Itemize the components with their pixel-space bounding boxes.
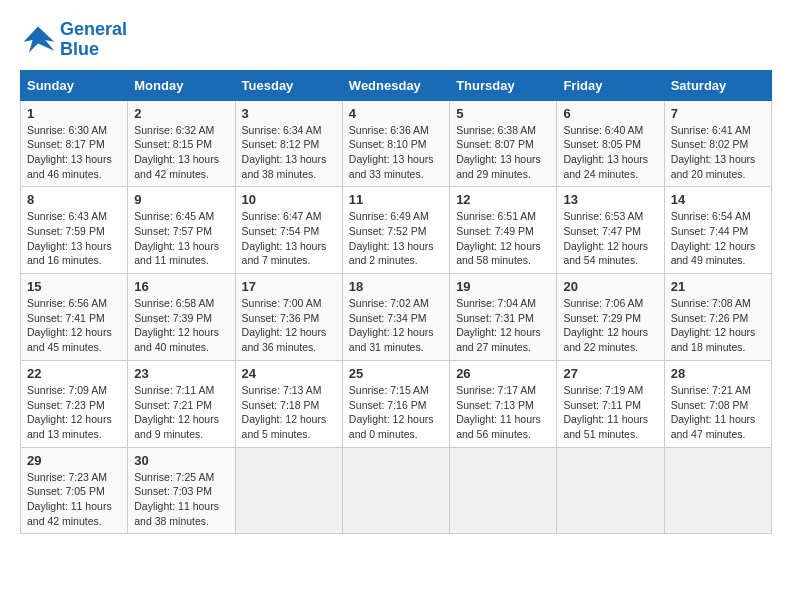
day-cell-8: 8Sunrise: 6:43 AM Sunset: 7:59 PM Daylig… <box>21 187 128 274</box>
day-info: Sunrise: 7:00 AM Sunset: 7:36 PM Dayligh… <box>242 296 336 355</box>
day-cell-4: 4Sunrise: 6:36 AM Sunset: 8:10 PM Daylig… <box>342 100 449 187</box>
days-header-row: SundayMondayTuesdayWednesdayThursdayFrid… <box>21 70 772 100</box>
day-info: Sunrise: 6:47 AM Sunset: 7:54 PM Dayligh… <box>242 209 336 268</box>
empty-cell <box>557 447 664 534</box>
day-cell-14: 14Sunrise: 6:54 AM Sunset: 7:44 PM Dayli… <box>664 187 771 274</box>
day-info: Sunrise: 7:23 AM Sunset: 7:05 PM Dayligh… <box>27 470 121 529</box>
day-cell-19: 19Sunrise: 7:04 AM Sunset: 7:31 PM Dayli… <box>450 274 557 361</box>
day-number: 14 <box>671 192 765 207</box>
day-cell-29: 29Sunrise: 7:23 AM Sunset: 7:05 PM Dayli… <box>21 447 128 534</box>
day-number: 12 <box>456 192 550 207</box>
day-number: 26 <box>456 366 550 381</box>
day-info: Sunrise: 6:54 AM Sunset: 7:44 PM Dayligh… <box>671 209 765 268</box>
day-number: 6 <box>563 106 657 121</box>
day-cell-3: 3Sunrise: 6:34 AM Sunset: 8:12 PM Daylig… <box>235 100 342 187</box>
day-header-wednesday: Wednesday <box>342 70 449 100</box>
week-row-5: 29Sunrise: 7:23 AM Sunset: 7:05 PM Dayli… <box>21 447 772 534</box>
day-info: Sunrise: 7:11 AM Sunset: 7:21 PM Dayligh… <box>134 383 228 442</box>
day-number: 3 <box>242 106 336 121</box>
day-info: Sunrise: 6:34 AM Sunset: 8:12 PM Dayligh… <box>242 123 336 182</box>
day-number: 5 <box>456 106 550 121</box>
day-cell-27: 27Sunrise: 7:19 AM Sunset: 7:11 PM Dayli… <box>557 360 664 447</box>
day-cell-25: 25Sunrise: 7:15 AM Sunset: 7:16 PM Dayli… <box>342 360 449 447</box>
calendar-table: SundayMondayTuesdayWednesdayThursdayFrid… <box>20 70 772 535</box>
day-info: Sunrise: 6:56 AM Sunset: 7:41 PM Dayligh… <box>27 296 121 355</box>
empty-cell <box>664 447 771 534</box>
day-header-monday: Monday <box>128 70 235 100</box>
day-cell-12: 12Sunrise: 6:51 AM Sunset: 7:49 PM Dayli… <box>450 187 557 274</box>
day-number: 20 <box>563 279 657 294</box>
day-cell-17: 17Sunrise: 7:00 AM Sunset: 7:36 PM Dayli… <box>235 274 342 361</box>
day-header-saturday: Saturday <box>664 70 771 100</box>
week-row-4: 22Sunrise: 7:09 AM Sunset: 7:23 PM Dayli… <box>21 360 772 447</box>
day-cell-18: 18Sunrise: 7:02 AM Sunset: 7:34 PM Dayli… <box>342 274 449 361</box>
day-cell-10: 10Sunrise: 6:47 AM Sunset: 7:54 PM Dayli… <box>235 187 342 274</box>
day-info: Sunrise: 7:13 AM Sunset: 7:18 PM Dayligh… <box>242 383 336 442</box>
day-header-sunday: Sunday <box>21 70 128 100</box>
day-info: Sunrise: 7:04 AM Sunset: 7:31 PM Dayligh… <box>456 296 550 355</box>
day-number: 4 <box>349 106 443 121</box>
day-info: Sunrise: 7:17 AM Sunset: 7:13 PM Dayligh… <box>456 383 550 442</box>
day-cell-6: 6Sunrise: 6:40 AM Sunset: 8:05 PM Daylig… <box>557 100 664 187</box>
day-cell-20: 20Sunrise: 7:06 AM Sunset: 7:29 PM Dayli… <box>557 274 664 361</box>
logo-text: GeneralBlue <box>60 20 127 60</box>
day-number: 28 <box>671 366 765 381</box>
day-cell-24: 24Sunrise: 7:13 AM Sunset: 7:18 PM Dayli… <box>235 360 342 447</box>
day-number: 11 <box>349 192 443 207</box>
week-row-3: 15Sunrise: 6:56 AM Sunset: 7:41 PM Dayli… <box>21 274 772 361</box>
day-info: Sunrise: 6:58 AM Sunset: 7:39 PM Dayligh… <box>134 296 228 355</box>
day-cell-5: 5Sunrise: 6:38 AM Sunset: 8:07 PM Daylig… <box>450 100 557 187</box>
day-number: 17 <box>242 279 336 294</box>
day-info: Sunrise: 7:02 AM Sunset: 7:34 PM Dayligh… <box>349 296 443 355</box>
day-number: 18 <box>349 279 443 294</box>
day-header-thursday: Thursday <box>450 70 557 100</box>
day-cell-26: 26Sunrise: 7:17 AM Sunset: 7:13 PM Dayli… <box>450 360 557 447</box>
day-number: 22 <box>27 366 121 381</box>
logo: GeneralBlue <box>20 20 127 60</box>
day-cell-22: 22Sunrise: 7:09 AM Sunset: 7:23 PM Dayli… <box>21 360 128 447</box>
day-cell-9: 9Sunrise: 6:45 AM Sunset: 7:57 PM Daylig… <box>128 187 235 274</box>
day-cell-16: 16Sunrise: 6:58 AM Sunset: 7:39 PM Dayli… <box>128 274 235 361</box>
day-cell-13: 13Sunrise: 6:53 AM Sunset: 7:47 PM Dayli… <box>557 187 664 274</box>
day-info: Sunrise: 7:21 AM Sunset: 7:08 PM Dayligh… <box>671 383 765 442</box>
day-info: Sunrise: 6:38 AM Sunset: 8:07 PM Dayligh… <box>456 123 550 182</box>
logo-bird-icon <box>20 22 56 58</box>
empty-cell <box>450 447 557 534</box>
day-info: Sunrise: 7:08 AM Sunset: 7:26 PM Dayligh… <box>671 296 765 355</box>
day-info: Sunrise: 6:51 AM Sunset: 7:49 PM Dayligh… <box>456 209 550 268</box>
day-header-friday: Friday <box>557 70 664 100</box>
day-number: 13 <box>563 192 657 207</box>
day-info: Sunrise: 6:53 AM Sunset: 7:47 PM Dayligh… <box>563 209 657 268</box>
day-info: Sunrise: 6:45 AM Sunset: 7:57 PM Dayligh… <box>134 209 228 268</box>
day-number: 9 <box>134 192 228 207</box>
day-cell-15: 15Sunrise: 6:56 AM Sunset: 7:41 PM Dayli… <box>21 274 128 361</box>
day-number: 8 <box>27 192 121 207</box>
page-header: GeneralBlue <box>20 20 772 60</box>
day-cell-2: 2Sunrise: 6:32 AM Sunset: 8:15 PM Daylig… <box>128 100 235 187</box>
week-row-2: 8Sunrise: 6:43 AM Sunset: 7:59 PM Daylig… <box>21 187 772 274</box>
day-number: 21 <box>671 279 765 294</box>
day-number: 1 <box>27 106 121 121</box>
day-number: 27 <box>563 366 657 381</box>
day-number: 25 <box>349 366 443 381</box>
day-cell-23: 23Sunrise: 7:11 AM Sunset: 7:21 PM Dayli… <box>128 360 235 447</box>
day-cell-28: 28Sunrise: 7:21 AM Sunset: 7:08 PM Dayli… <box>664 360 771 447</box>
day-info: Sunrise: 6:32 AM Sunset: 8:15 PM Dayligh… <box>134 123 228 182</box>
day-info: Sunrise: 7:06 AM Sunset: 7:29 PM Dayligh… <box>563 296 657 355</box>
day-info: Sunrise: 6:43 AM Sunset: 7:59 PM Dayligh… <box>27 209 121 268</box>
day-cell-1: 1Sunrise: 6:30 AM Sunset: 8:17 PM Daylig… <box>21 100 128 187</box>
day-info: Sunrise: 7:25 AM Sunset: 7:03 PM Dayligh… <box>134 470 228 529</box>
week-row-1: 1Sunrise: 6:30 AM Sunset: 8:17 PM Daylig… <box>21 100 772 187</box>
day-info: Sunrise: 6:36 AM Sunset: 8:10 PM Dayligh… <box>349 123 443 182</box>
day-cell-30: 30Sunrise: 7:25 AM Sunset: 7:03 PM Dayli… <box>128 447 235 534</box>
day-number: 16 <box>134 279 228 294</box>
day-number: 29 <box>27 453 121 468</box>
svg-marker-0 <box>24 26 55 52</box>
day-info: Sunrise: 7:19 AM Sunset: 7:11 PM Dayligh… <box>563 383 657 442</box>
day-number: 2 <box>134 106 228 121</box>
day-info: Sunrise: 7:09 AM Sunset: 7:23 PM Dayligh… <box>27 383 121 442</box>
day-number: 30 <box>134 453 228 468</box>
day-number: 10 <box>242 192 336 207</box>
day-number: 19 <box>456 279 550 294</box>
day-info: Sunrise: 6:30 AM Sunset: 8:17 PM Dayligh… <box>27 123 121 182</box>
